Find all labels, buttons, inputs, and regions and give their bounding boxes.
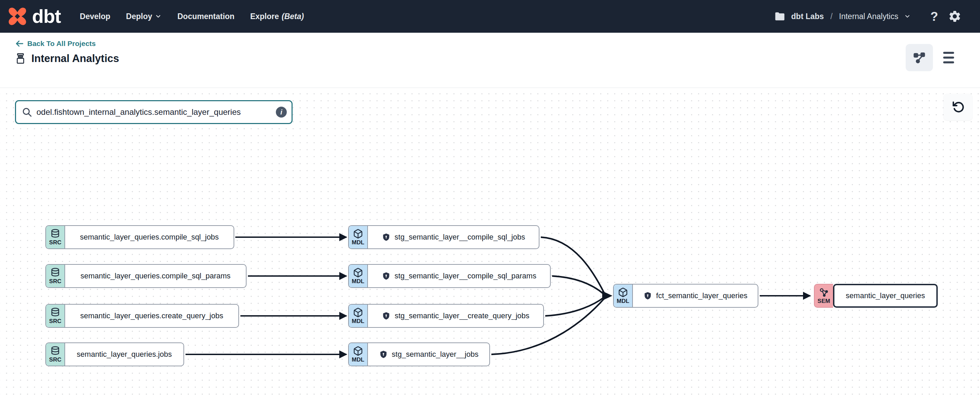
nav-account-area: dbt Labs / Internal Analytics ?: [775, 10, 962, 23]
graph-node-source[interactable]: SRC semantic_layer_queries.compile_sql_j…: [45, 225, 234, 249]
nav-item-documentation[interactable]: Documentation: [177, 12, 234, 21]
nav-item-deploy[interactable]: Deploy: [126, 12, 162, 21]
graph-node-semantic-selected[interactable]: SEM semantic_layer_queries: [814, 284, 938, 308]
cube-icon: [618, 287, 628, 298]
help-icon[interactable]: ?: [930, 10, 938, 23]
title-row: Internal Analytics: [15, 52, 119, 65]
back-arrow-icon: [15, 40, 24, 48]
shield-icon: [382, 271, 391, 281]
database-icon: [50, 308, 60, 317]
shield-icon: [643, 291, 652, 301]
source-badge: SRC: [46, 343, 65, 366]
model-badge: MDL: [349, 343, 368, 366]
node-label: stg_semantic_layer__create_query_jobs: [368, 304, 543, 327]
nav-item-explore[interactable]: Explore (Beta): [250, 12, 304, 21]
lineage-search[interactable]: odel.fishtown_internal_analytics.semanti…: [15, 100, 293, 124]
search-icon: [21, 107, 32, 117]
project-selector[interactable]: Internal Analytics: [839, 12, 899, 21]
lineage-icon: [913, 51, 926, 64]
reset-view-button[interactable]: [943, 94, 972, 120]
model-badge: MDL: [349, 265, 368, 287]
graph-node-source[interactable]: SRC semantic_layer_queries.jobs: [45, 343, 184, 366]
shield-icon: [382, 311, 391, 321]
gear-icon[interactable]: [948, 10, 962, 23]
model-badge: MDL: [614, 284, 633, 307]
back-to-projects-link[interactable]: Back To All Projects: [15, 40, 96, 48]
source-badge: SRC: [46, 226, 65, 248]
graph-node-model[interactable]: MDL stg_semantic_layer__jobs: [348, 343, 490, 366]
semantic-badge: SEM: [814, 284, 833, 308]
chevron-down-icon[interactable]: [904, 13, 911, 20]
node-label: stg_semantic_layer__compile_sql_jobs: [368, 226, 539, 248]
database-icon: [50, 268, 60, 278]
info-icon[interactable]: i: [276, 107, 287, 117]
node-label: stg_semantic_layer__compile_sql_params: [368, 265, 550, 287]
explore-beta-label: (Beta): [282, 12, 304, 21]
node-label: semantic_layer_queries.create_query_jobs: [65, 304, 239, 327]
top-nav: dbt Develop Deploy Documentation Explore…: [0, 0, 980, 33]
source-badge: SRC: [46, 265, 65, 287]
node-label: semantic_layer_queries.compile_sql_param…: [65, 265, 246, 287]
database-icon: [50, 346, 60, 356]
node-label: semantic_layer_queries.jobs: [65, 343, 183, 366]
database-icon: [50, 228, 60, 239]
search-input[interactable]: odel.fishtown_internal_analytics.semanti…: [37, 107, 272, 117]
brand-text: dbt: [32, 7, 61, 26]
menu-button[interactable]: [943, 49, 959, 66]
graph-node-model[interactable]: MDL stg_semantic_layer__compile_sql_jobs: [348, 225, 539, 249]
breadcrumb-separator: /: [830, 12, 832, 21]
page-header: Back To All Projects Internal Analytics: [0, 33, 980, 88]
graph-node-model[interactable]: MDL fct_semantic_layer_queries: [613, 284, 758, 308]
project-icon: [15, 53, 26, 64]
folder-icon: [775, 11, 785, 21]
node-label: stg_semantic_layer__jobs: [368, 343, 489, 366]
graph-node-model[interactable]: MDL stg_semantic_layer__create_query_job…: [348, 304, 544, 328]
semantic-triangle-icon: [819, 287, 829, 298]
cube-icon: [353, 268, 363, 278]
chevron-down-icon: [155, 13, 162, 20]
account-name[interactable]: dbt Labs: [791, 12, 824, 21]
shield-icon: [379, 350, 388, 359]
lineage-canvas[interactable]: odel.fishtown_internal_analytics.semanti…: [0, 88, 980, 398]
hamburger-icon: [943, 52, 954, 54]
graph-node-model[interactable]: MDL stg_semantic_layer__compile_sql_para…: [348, 264, 551, 288]
nav-item-develop[interactable]: Develop: [80, 12, 110, 21]
node-label: semantic_layer_queries: [833, 284, 938, 308]
nav-menu: Develop Deploy Documentation Explore (Be…: [80, 12, 304, 21]
cube-icon: [353, 228, 363, 239]
source-badge: SRC: [46, 304, 65, 327]
model-badge: MDL: [349, 304, 368, 327]
lineage-view-button[interactable]: [906, 44, 933, 71]
node-label: fct_semantic_layer_queries: [633, 284, 758, 307]
dbt-logo-icon: [8, 6, 27, 26]
shield-icon: [382, 233, 391, 242]
header-actions: [906, 44, 959, 71]
model-badge: MDL: [349, 226, 368, 248]
reset-icon: [951, 100, 965, 114]
graph-node-source[interactable]: SRC semantic_layer_queries.create_query_…: [45, 304, 239, 328]
dbt-logo[interactable]: dbt: [8, 6, 61, 26]
cube-icon: [353, 346, 363, 356]
cube-icon: [353, 308, 363, 317]
node-label: semantic_layer_queries.compile_sql_jobs: [65, 226, 234, 248]
page-title: Internal Analytics: [31, 52, 119, 65]
graph-node-source[interactable]: SRC semantic_layer_queries.compile_sql_p…: [45, 264, 247, 288]
